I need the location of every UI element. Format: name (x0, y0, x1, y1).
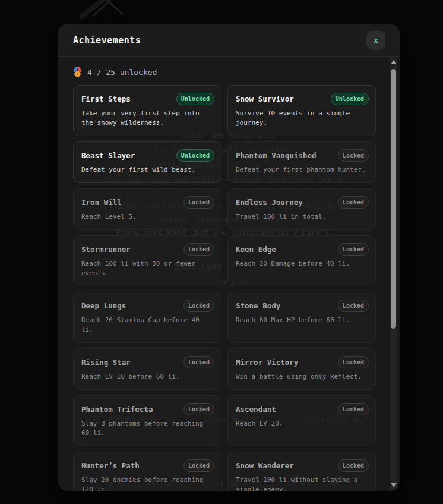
achievement-card-header: Mirror VictoryLocked (236, 356, 369, 368)
achievement-card-header: Phantom TrifectaLocked (81, 403, 214, 415)
achievement-description: Reach 20 Damage before 40 li. (236, 259, 369, 269)
achievement-title: Endless Journey (236, 198, 303, 207)
achievement-card: Snow WandererLockedTravel 100 li without… (227, 452, 376, 491)
achievement-title: Beast Slayer (81, 151, 135, 160)
achievement-card-header: Snow SurvivorUnlocked (236, 93, 369, 105)
achievement-status-badge: Locked (183, 196, 214, 209)
achievement-card-header: Phantom VanquishedLocked (236, 149, 369, 161)
achievement-title: Phantom Trifecta (81, 405, 153, 414)
medal-icon (73, 67, 82, 77)
modal-header: Achievements x (58, 24, 400, 57)
achievement-card: Snow SurvivorUnlockedSurvive 10 events i… (227, 85, 376, 136)
achievement-card-header: First StepsUnlocked (81, 93, 214, 105)
scrollbar-thumb[interactable] (391, 69, 396, 329)
achievement-description: Slay 3 phantoms before reaching 60 li. (81, 419, 214, 438)
achievement-description: Survive 10 events in a single journey. (236, 109, 369, 128)
achievement-card: Hunter’s PathLockedSlay 20 enemies befor… (73, 452, 221, 491)
unlock-counter-text: 4 / 25 unlocked (87, 68, 157, 77)
achievement-title: Mirror Victory (236, 358, 298, 367)
achievement-status-badge: Locked (338, 459, 369, 472)
achievement-title: Phantom Vanquished (236, 151, 316, 160)
crossed-swords-icon (78, 0, 108, 20)
achievement-title: Ascendant (236, 405, 276, 414)
achievement-card-header: StormrunnerLocked (81, 243, 214, 255)
achievement-card: Beast SlayerUnlockedDefeat your first wi… (73, 141, 221, 183)
achievement-title: Rising Star (81, 358, 131, 367)
achievement-card-header: Endless JourneyLocked (236, 196, 369, 208)
achievement-status-badge: Locked (183, 459, 214, 472)
achievement-status-badge: Locked (338, 149, 369, 162)
achievement-card-header: Rising StarLocked (81, 356, 214, 368)
achievement-card: Phantom TrifectaLockedSlay 3 phantoms be… (73, 395, 221, 446)
achievement-description: Defeat your first wild beast. (81, 165, 214, 175)
achievement-card-header: Snow WandererLocked (236, 459, 369, 471)
achievement-description: Travel 100 li in total. (236, 212, 369, 222)
scrollbar-track[interactable] (390, 57, 397, 491)
achievement-card: Iron WillLockedReach Level 5. (73, 188, 221, 230)
achievement-card: First StepsUnlockedTake your very first … (73, 85, 221, 136)
achievement-title: Snow Wanderer (236, 461, 294, 470)
close-button[interactable]: x (366, 31, 385, 50)
scroll-down-arrow-icon[interactable] (391, 483, 397, 487)
achievement-status-badge: Locked (338, 243, 369, 256)
achievements-grid: First StepsUnlockedTake your very first … (73, 85, 376, 491)
achievement-description: Reach 20 Stamina Cap before 40 li. (81, 316, 214, 335)
achievement-status-badge: Locked (183, 300, 214, 312)
achievement-description: Reach Level 5. (81, 212, 214, 222)
achievement-title: Keen Edge (236, 245, 276, 254)
achievement-card: Keen EdgeLockedReach 20 Damage before 40… (227, 235, 376, 286)
achievement-title: Hunter’s Path (81, 461, 140, 470)
scroll-up-arrow-icon[interactable] (391, 60, 397, 64)
achievement-description: Defeat your first phantom hunter. (236, 165, 369, 175)
achievement-status-badge: Locked (338, 300, 369, 312)
achievement-description: Slay 20 enemies before reaching 120 li. (81, 475, 214, 491)
unlock-counter: 4 / 25 unlocked (73, 67, 400, 77)
achievement-status-badge: Unlocked (331, 93, 369, 105)
achievement-description: Take your very first step into the snowy… (81, 109, 214, 128)
achievement-card-header: Hunter’s PathLocked (81, 459, 214, 471)
achievement-status-badge: Unlocked (176, 149, 214, 162)
achievement-description: Reach LV 10 before 60 li. (81, 372, 214, 382)
achievement-card-header: Deep LungsLocked (81, 300, 214, 311)
achievement-title: Snow Survivor (236, 94, 294, 103)
achievements-modal: → Follow the footprintsYou ready yoursel… (58, 24, 400, 491)
achievement-title: Stormrunner (81, 245, 131, 254)
achievement-title: First Steps (81, 94, 131, 103)
achievement-status-badge: Locked (338, 196, 369, 209)
achievement-card: Deep LungsLockedReach 20 Stamina Cap bef… (73, 292, 221, 343)
achievement-card: Stone BodyLockedReach 60 Max HP before 6… (227, 292, 376, 343)
achievement-description: Win a battle using only Reflect. (236, 372, 369, 382)
achievement-card-header: AscendantLocked (236, 403, 369, 415)
achievement-description: Reach 60 Max HP before 60 li. (236, 316, 369, 325)
achievement-description: Reach LV 20. (236, 419, 369, 429)
achievement-card: AscendantLockedReach LV 20. (227, 395, 376, 446)
achievement-status-badge: Unlocked (176, 93, 214, 105)
achievement-card: Phantom VanquishedLockedDefeat your firs… (227, 141, 376, 183)
achievement-title: Deep Lungs (81, 301, 126, 310)
achievement-status-badge: Locked (183, 243, 214, 256)
achievement-status-badge: Locked (338, 356, 369, 368)
achievement-card: Mirror VictoryLockedWin a battle using o… (227, 348, 376, 390)
achievement-card: StormrunnerLockedReach 100 li with 50 or… (73, 235, 221, 286)
achievement-card-header: Beast SlayerUnlocked (81, 149, 214, 161)
achievement-card-header: Stone BodyLocked (236, 300, 369, 311)
achievement-card: Endless JourneyLockedTravel 100 li in to… (227, 188, 376, 230)
achievement-title: Iron Will (81, 198, 122, 207)
achievements-scroll-area: 4 / 25 unlocked First StepsUnlockedTake … (58, 57, 400, 491)
achievement-status-badge: Locked (183, 403, 214, 415)
achievement-status-badge: Locked (183, 356, 214, 368)
achievement-description: Travel 100 li without slaying a single e… (236, 475, 369, 491)
achievement-title: Stone Body (236, 301, 280, 310)
modal-title: Achievements (73, 35, 141, 46)
achievement-description: Reach 100 li with 50 or fewer events. (81, 259, 214, 278)
achievement-status-badge: Locked (338, 403, 369, 415)
achievement-card: Rising StarLockedReach LV 10 before 60 l… (73, 348, 221, 390)
achievement-card-header: Keen EdgeLocked (236, 243, 369, 255)
game-screen: → Follow the footprintsYou ready yoursel… (0, 0, 443, 504)
achievement-card-header: Iron WillLocked (81, 196, 214, 208)
